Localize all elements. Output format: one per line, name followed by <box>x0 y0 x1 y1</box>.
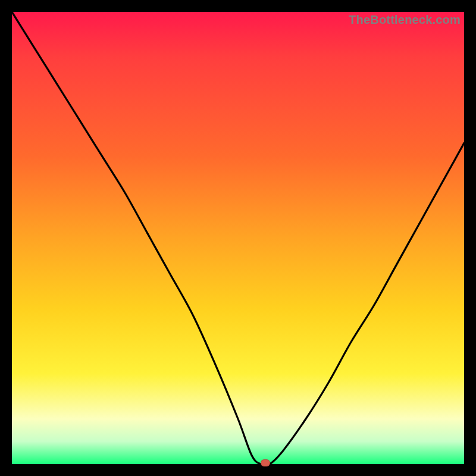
minimum-marker-icon <box>261 459 270 466</box>
chart-plot-area: TheBottleneck.com <box>12 12 464 464</box>
attribution-label: TheBottleneck.com <box>349 13 461 27</box>
bottleneck-curve <box>12 12 464 464</box>
chart-frame: TheBottleneck.com <box>0 0 476 476</box>
